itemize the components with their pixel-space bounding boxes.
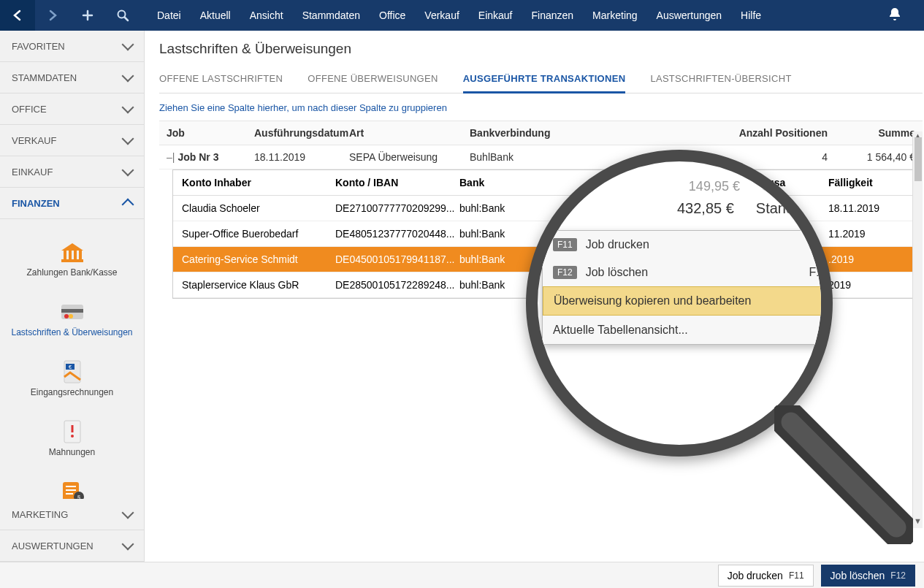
col-iban[interactable]: Konto / IBAN [327,170,451,195]
detail-row[interactable]: Claudia SchoelerDE27100777770209299...bu… [173,196,922,221]
context-menu: F11Job druckenF11F12Job löschenF12Überwe… [542,230,833,345]
main-menu: DateiAktuellAnsichtStammdatenOfficeVerka… [148,0,771,31]
menu-stammdaten[interactable]: Stammdaten [293,0,370,31]
tab-2[interactable]: AUSGEFÜHRTE TRANSAKTIONEN [463,67,626,93]
chevron-down-icon [122,102,134,114]
sidebar-item-1[interactable]: Lastschriften & Überweisungen [0,289,144,349]
menu-marketing[interactable]: Marketing [583,0,646,31]
ctx-item-0[interactable]: F11Job druckenF11 [543,231,833,259]
grid-header: Job Ausführungsdatum Art Bankverbindung … [159,121,923,145]
sidebar-item-4[interactable]: §Steuer-Auswertungen [0,469,144,499]
svg-point-9 [69,314,73,318]
chevron-up-icon [122,199,134,211]
sidebar: FAVORITENSTAMMDATENOFFICEVERKAUFEINKAUF … [0,31,145,562]
bottom-action-bar: Job drucken F11 Job löschen F12 [0,562,924,588]
menu-finanzen[interactable]: Finanzen [522,0,584,31]
ctx-item-2[interactable]: Überweisung kopieren und bearbeiten [543,286,833,316]
sidebar-item-0[interactable]: Zahlungen Bank/Kasse [0,229,144,289]
sidebar-item-icon [4,297,140,327]
svg-rect-7 [61,309,83,313]
menu-office[interactable]: Office [370,0,415,31]
svg-rect-5 [61,259,83,262]
scroll-down-icon[interactable]: ▼ [913,516,923,528]
chevron-down-icon [122,164,134,177]
col-bankname[interactable]: Bank [451,170,553,195]
chevron-down-icon [122,538,134,551]
menu-aktuell[interactable]: Aktuell [191,0,240,31]
nav-buttons [0,0,140,31]
sidebar-group-einkauf[interactable]: EINKAUF [0,156,144,188]
forward-button[interactable] [35,0,70,31]
col-positions[interactable]: Anzahl Positionen [718,121,835,145]
ctx-item-1[interactable]: F12Job löschenF12 [543,259,833,286]
svg-rect-3 [74,251,77,259]
col-summe[interactable]: Summe [835,121,923,145]
chevron-down-icon [122,70,134,83]
sidebar-item-icon [4,416,140,447]
tabs: OFFENE LASTSCHRIFTENOFFENE ÜBERWEISUNGEN… [159,67,923,93]
sidebar-item-3[interactable]: Mahnungen [0,409,144,469]
sidebar-group-stammdaten[interactable]: STAMMDATEN [0,62,144,93]
menu-einkauf[interactable]: Einkauf [469,0,522,31]
menu-auswertungen[interactable]: Auswertungen [647,0,732,31]
scroll-thumb[interactable] [915,137,922,181]
top-menu-bar: DateiAktuellAnsichtStammdatenOfficeVerka… [0,0,924,31]
search-button[interactable] [105,0,140,31]
page-title: Lastschriften & Überweisungen [159,41,923,57]
sidebar-group-auswertungen[interactable]: AUSWERTUNGEN [0,530,144,562]
add-button[interactable] [70,0,105,31]
menu-ansicht[interactable]: Ansicht [240,0,293,31]
magnifier-handle [774,405,913,544]
vertical-scrollbar[interactable]: ▲ ▼ [912,131,923,528]
tab-0[interactable]: OFFENE LASTSCHRIFTEN [159,67,283,93]
svg-rect-2 [69,251,72,259]
sidebar-group-label: FINANZEN [12,198,60,209]
notifications-icon[interactable] [887,7,902,24]
back-button[interactable] [0,0,35,31]
sidebar-group-favoriten[interactable]: FAVORITEN [0,31,144,62]
col-bank[interactable]: Bankverbindung [462,121,718,145]
tab-3[interactable]: LASTSCHRIFTEN-ÜBERSICHT [650,67,791,93]
sidebar-group-office[interactable]: OFFICE [0,93,144,125]
col-job[interactable]: Job [159,121,247,145]
menu-verkauf[interactable]: Verkauf [415,0,468,31]
svg-point-8 [64,314,69,318]
ctx-item-3[interactable]: Aktuelle Tabellenansicht...▸ [543,316,833,344]
sidebar-item-icon: € [4,356,140,387]
sidebar-item-2[interactable]: €Eingangsrechnungen [0,349,144,409]
chevron-down-icon [122,39,134,51]
col-date[interactable]: Ausführungsdatum [247,121,342,145]
submenu-arrow-icon: ▸ [823,323,829,337]
group-hint[interactable]: Ziehen Sie eine Spalte hierher, um nach … [159,93,923,121]
col-art[interactable]: Art [342,121,462,145]
tab-1[interactable]: OFFENE ÜBERWEISUNGEN [308,67,438,93]
svg-rect-4 [79,251,82,259]
svg-text:€: € [69,364,72,370]
sidebar-group-marketing[interactable]: MARKETING [0,499,144,530]
menu-datei[interactable]: Datei [148,0,191,31]
sidebar-item-icon: § [4,476,140,499]
sidebar-item-icon [4,237,140,267]
col-holder[interactable]: Konto Inhaber [173,170,327,195]
sidebar-group-finanzen[interactable]: FINANZEN [0,188,144,219]
job-row[interactable]: –|Job Nr 3 18.11.2019 SEPA Überweisung B… [159,145,923,169]
job-drucken-button[interactable]: Job drucken F11 [718,565,814,587]
svg-text:§: § [77,494,80,499]
sidebar-items: Zahlungen Bank/KasseLastschriften & Über… [0,219,144,499]
svg-rect-1 [64,251,66,259]
chevron-down-icon [122,507,134,519]
shortcut-badge: F11 [553,238,577,251]
chevron-down-icon [122,133,134,145]
job-loeschen-button[interactable]: Job löschen F12 [821,565,915,587]
col-due[interactable]: Fälligkeit [820,170,922,195]
sidebar-group-verkauf[interactable]: VERKAUF [0,125,144,156]
menu-hilfe[interactable]: Hilfe [731,0,771,31]
shortcut-badge: F12 [553,266,577,279]
svg-point-14 [71,435,74,438]
